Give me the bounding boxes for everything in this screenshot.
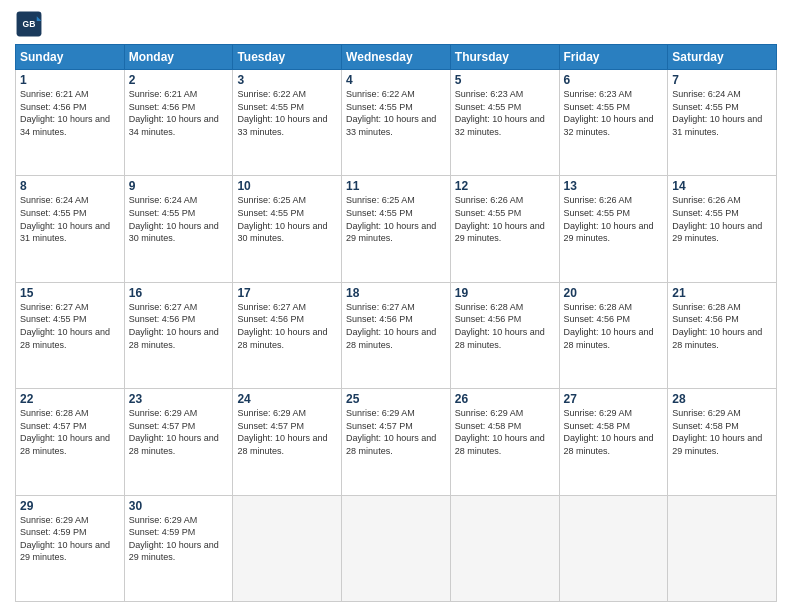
day-info: Sunrise: 6:26 AMSunset: 4:55 PMDaylight:… bbox=[455, 195, 545, 243]
day-number: 16 bbox=[129, 286, 229, 300]
day-number: 7 bbox=[672, 73, 772, 87]
day-info: Sunrise: 6:23 AMSunset: 4:55 PMDaylight:… bbox=[455, 89, 545, 137]
table-row bbox=[233, 495, 342, 601]
day-info: Sunrise: 6:26 AMSunset: 4:55 PMDaylight:… bbox=[672, 195, 762, 243]
table-row: 4 Sunrise: 6:22 AMSunset: 4:55 PMDayligh… bbox=[342, 70, 451, 176]
day-number: 28 bbox=[672, 392, 772, 406]
table-row: 19 Sunrise: 6:28 AMSunset: 4:56 PMDaylig… bbox=[450, 282, 559, 388]
weekday-header-thursday: Thursday bbox=[450, 45, 559, 70]
table-row: 7 Sunrise: 6:24 AMSunset: 4:55 PMDayligh… bbox=[668, 70, 777, 176]
day-info: Sunrise: 6:21 AMSunset: 4:56 PMDaylight:… bbox=[20, 89, 110, 137]
day-info: Sunrise: 6:27 AMSunset: 4:55 PMDaylight:… bbox=[20, 302, 110, 350]
day-number: 1 bbox=[20, 73, 120, 87]
table-row: 12 Sunrise: 6:26 AMSunset: 4:55 PMDaylig… bbox=[450, 176, 559, 282]
day-number: 13 bbox=[564, 179, 664, 193]
weekday-header-sunday: Sunday bbox=[16, 45, 125, 70]
day-number: 20 bbox=[564, 286, 664, 300]
day-info: Sunrise: 6:23 AMSunset: 4:55 PMDaylight:… bbox=[564, 89, 654, 137]
table-row: 20 Sunrise: 6:28 AMSunset: 4:56 PMDaylig… bbox=[559, 282, 668, 388]
table-row bbox=[559, 495, 668, 601]
day-number: 23 bbox=[129, 392, 229, 406]
day-number: 3 bbox=[237, 73, 337, 87]
day-info: Sunrise: 6:28 AMSunset: 4:56 PMDaylight:… bbox=[455, 302, 545, 350]
day-info: Sunrise: 6:22 AMSunset: 4:55 PMDaylight:… bbox=[237, 89, 327, 137]
table-row: 15 Sunrise: 6:27 AMSunset: 4:55 PMDaylig… bbox=[16, 282, 125, 388]
table-row: 30 Sunrise: 6:29 AMSunset: 4:59 PMDaylig… bbox=[124, 495, 233, 601]
day-info: Sunrise: 6:21 AMSunset: 4:56 PMDaylight:… bbox=[129, 89, 219, 137]
day-info: Sunrise: 6:24 AMSunset: 4:55 PMDaylight:… bbox=[129, 195, 219, 243]
table-row: 29 Sunrise: 6:29 AMSunset: 4:59 PMDaylig… bbox=[16, 495, 125, 601]
day-info: Sunrise: 6:26 AMSunset: 4:55 PMDaylight:… bbox=[564, 195, 654, 243]
day-info: Sunrise: 6:22 AMSunset: 4:55 PMDaylight:… bbox=[346, 89, 436, 137]
day-number: 12 bbox=[455, 179, 555, 193]
day-number: 21 bbox=[672, 286, 772, 300]
table-row: 2 Sunrise: 6:21 AMSunset: 4:56 PMDayligh… bbox=[124, 70, 233, 176]
day-info: Sunrise: 6:29 AMSunset: 4:57 PMDaylight:… bbox=[237, 408, 327, 456]
table-row: 9 Sunrise: 6:24 AMSunset: 4:55 PMDayligh… bbox=[124, 176, 233, 282]
table-row: 21 Sunrise: 6:28 AMSunset: 4:56 PMDaylig… bbox=[668, 282, 777, 388]
day-number: 30 bbox=[129, 499, 229, 513]
table-row: 23 Sunrise: 6:29 AMSunset: 4:57 PMDaylig… bbox=[124, 389, 233, 495]
day-number: 29 bbox=[20, 499, 120, 513]
day-info: Sunrise: 6:28 AMSunset: 4:57 PMDaylight:… bbox=[20, 408, 110, 456]
table-row: 27 Sunrise: 6:29 AMSunset: 4:58 PMDaylig… bbox=[559, 389, 668, 495]
table-row: 17 Sunrise: 6:27 AMSunset: 4:56 PMDaylig… bbox=[233, 282, 342, 388]
day-number: 24 bbox=[237, 392, 337, 406]
day-number: 10 bbox=[237, 179, 337, 193]
table-row: 22 Sunrise: 6:28 AMSunset: 4:57 PMDaylig… bbox=[16, 389, 125, 495]
day-number: 6 bbox=[564, 73, 664, 87]
table-row: 5 Sunrise: 6:23 AMSunset: 4:55 PMDayligh… bbox=[450, 70, 559, 176]
table-row: 10 Sunrise: 6:25 AMSunset: 4:55 PMDaylig… bbox=[233, 176, 342, 282]
day-number: 4 bbox=[346, 73, 446, 87]
header: GB bbox=[15, 10, 777, 38]
day-info: Sunrise: 6:24 AMSunset: 4:55 PMDaylight:… bbox=[20, 195, 110, 243]
day-number: 25 bbox=[346, 392, 446, 406]
day-info: Sunrise: 6:27 AMSunset: 4:56 PMDaylight:… bbox=[129, 302, 219, 350]
day-number: 19 bbox=[455, 286, 555, 300]
weekday-header-tuesday: Tuesday bbox=[233, 45, 342, 70]
day-number: 14 bbox=[672, 179, 772, 193]
table-row: 26 Sunrise: 6:29 AMSunset: 4:58 PMDaylig… bbox=[450, 389, 559, 495]
day-info: Sunrise: 6:29 AMSunset: 4:59 PMDaylight:… bbox=[129, 515, 219, 563]
day-info: Sunrise: 6:29 AMSunset: 4:58 PMDaylight:… bbox=[564, 408, 654, 456]
table-row: 3 Sunrise: 6:22 AMSunset: 4:55 PMDayligh… bbox=[233, 70, 342, 176]
day-number: 17 bbox=[237, 286, 337, 300]
day-info: Sunrise: 6:27 AMSunset: 4:56 PMDaylight:… bbox=[346, 302, 436, 350]
svg-text:GB: GB bbox=[23, 19, 36, 29]
day-number: 26 bbox=[455, 392, 555, 406]
day-number: 5 bbox=[455, 73, 555, 87]
day-info: Sunrise: 6:29 AMSunset: 4:57 PMDaylight:… bbox=[129, 408, 219, 456]
table-row: 16 Sunrise: 6:27 AMSunset: 4:56 PMDaylig… bbox=[124, 282, 233, 388]
day-number: 22 bbox=[20, 392, 120, 406]
table-row: 25 Sunrise: 6:29 AMSunset: 4:57 PMDaylig… bbox=[342, 389, 451, 495]
weekday-header-wednesday: Wednesday bbox=[342, 45, 451, 70]
day-info: Sunrise: 6:25 AMSunset: 4:55 PMDaylight:… bbox=[346, 195, 436, 243]
calendar-table: SundayMondayTuesdayWednesdayThursdayFrid… bbox=[15, 44, 777, 602]
weekday-header-monday: Monday bbox=[124, 45, 233, 70]
day-info: Sunrise: 6:29 AMSunset: 4:58 PMDaylight:… bbox=[455, 408, 545, 456]
table-row: 13 Sunrise: 6:26 AMSunset: 4:55 PMDaylig… bbox=[559, 176, 668, 282]
day-info: Sunrise: 6:29 AMSunset: 4:59 PMDaylight:… bbox=[20, 515, 110, 563]
logo-icon: GB bbox=[15, 10, 43, 38]
day-info: Sunrise: 6:28 AMSunset: 4:56 PMDaylight:… bbox=[564, 302, 654, 350]
day-info: Sunrise: 6:24 AMSunset: 4:55 PMDaylight:… bbox=[672, 89, 762, 137]
table-row: 18 Sunrise: 6:27 AMSunset: 4:56 PMDaylig… bbox=[342, 282, 451, 388]
table-row: 14 Sunrise: 6:26 AMSunset: 4:55 PMDaylig… bbox=[668, 176, 777, 282]
table-row: 6 Sunrise: 6:23 AMSunset: 4:55 PMDayligh… bbox=[559, 70, 668, 176]
table-row bbox=[342, 495, 451, 601]
day-number: 15 bbox=[20, 286, 120, 300]
table-row: 28 Sunrise: 6:29 AMSunset: 4:58 PMDaylig… bbox=[668, 389, 777, 495]
day-info: Sunrise: 6:25 AMSunset: 4:55 PMDaylight:… bbox=[237, 195, 327, 243]
weekday-header-friday: Friday bbox=[559, 45, 668, 70]
day-info: Sunrise: 6:27 AMSunset: 4:56 PMDaylight:… bbox=[237, 302, 327, 350]
day-number: 18 bbox=[346, 286, 446, 300]
weekday-header-saturday: Saturday bbox=[668, 45, 777, 70]
table-row: 11 Sunrise: 6:25 AMSunset: 4:55 PMDaylig… bbox=[342, 176, 451, 282]
table-row bbox=[668, 495, 777, 601]
day-number: 27 bbox=[564, 392, 664, 406]
table-row bbox=[450, 495, 559, 601]
day-info: Sunrise: 6:28 AMSunset: 4:56 PMDaylight:… bbox=[672, 302, 762, 350]
day-number: 2 bbox=[129, 73, 229, 87]
table-row: 1 Sunrise: 6:21 AMSunset: 4:56 PMDayligh… bbox=[16, 70, 125, 176]
day-info: Sunrise: 6:29 AMSunset: 4:58 PMDaylight:… bbox=[672, 408, 762, 456]
